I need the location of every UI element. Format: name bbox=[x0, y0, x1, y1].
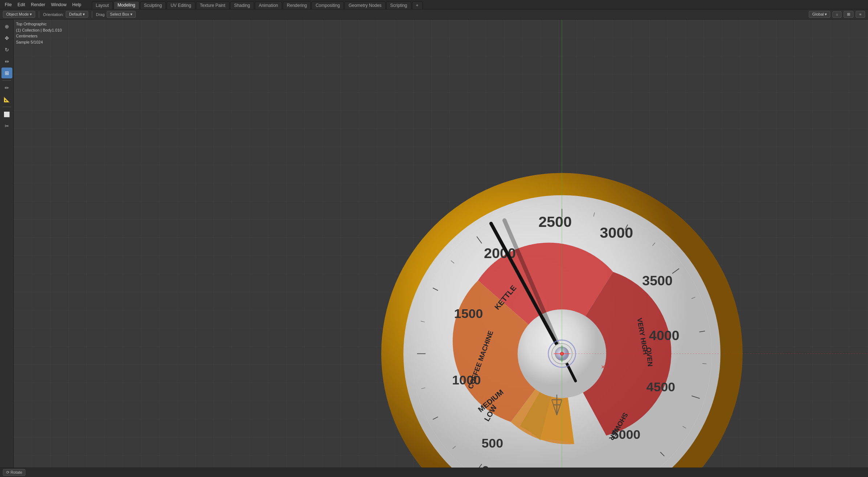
sample-label: Sample 5/1024 bbox=[16, 39, 62, 45]
toolbar-sep2 bbox=[92, 11, 92, 18]
rotate-button[interactable]: ⟳ Rotate bbox=[3, 469, 25, 476]
svg-text:4000: 4000 bbox=[649, 328, 680, 343]
menu-help[interactable]: Help bbox=[70, 1, 84, 8]
menu-render[interactable]: Render bbox=[28, 1, 48, 8]
tab-animation[interactable]: Animation bbox=[255, 1, 282, 9]
viewport-info: Top Orthographic (1) Collection | Body1.… bbox=[16, 21, 62, 45]
menu-edit[interactable]: Edit bbox=[15, 1, 28, 8]
gauge-visualization: 500 1000 1500 2000 2500 3000 3500 4000 4… bbox=[14, 20, 868, 468]
svg-text:2500: 2500 bbox=[538, 213, 572, 230]
toolbar-sep1 bbox=[39, 11, 39, 18]
svg-text:0: 0 bbox=[482, 463, 489, 468]
menu-file[interactable]: File bbox=[2, 1, 14, 8]
drag-selector[interactable]: Select Box ▾ bbox=[107, 11, 136, 18]
viewport[interactable]: 500 1000 1500 2000 2500 3000 3500 4000 4… bbox=[14, 20, 868, 468]
annotate-tool[interactable]: ✏ bbox=[1, 82, 12, 93]
tab-layout[interactable]: Layout bbox=[92, 1, 113, 9]
tab-texture-paint[interactable]: Texture Paint bbox=[196, 1, 229, 9]
svg-text:×: × bbox=[601, 363, 605, 371]
proportional-btn[interactable]: ∝ bbox=[856, 11, 865, 18]
mode-selector[interactable]: Object Mode ▾ bbox=[3, 11, 35, 18]
svg-text:3000: 3000 bbox=[600, 224, 633, 241]
menu-bar: File Edit Render Window Help Layout Mode… bbox=[0, 0, 868, 9]
tool-sep1 bbox=[3, 80, 11, 81]
tab-add[interactable]: + bbox=[412, 1, 423, 9]
left-toolbar: ⊕ ✥ ↻ ⇔ ⊞ ✏ 📐 ⬜ ✂ bbox=[0, 20, 14, 468]
tab-shading[interactable]: Shading bbox=[230, 1, 254, 9]
tab-rendering[interactable]: Rendering bbox=[283, 1, 311, 9]
cut-tool[interactable]: ✂ bbox=[1, 121, 12, 131]
tab-sculpting[interactable]: Sculpting bbox=[140, 1, 166, 9]
tool-sep2 bbox=[3, 107, 11, 107]
toolbar: Object Mode ▾ Orientation: Default ▾ Dra… bbox=[0, 9, 868, 20]
cube-tool[interactable]: ⬜ bbox=[1, 109, 12, 120]
view-label: Top Orthographic bbox=[16, 21, 62, 27]
transform-tool[interactable]: ⊞ bbox=[1, 68, 12, 78]
collection-label: (1) Collection | Body1.010 bbox=[16, 27, 62, 33]
tab-geometry-nodes[interactable]: Geometry Nodes bbox=[345, 1, 386, 9]
snap-btn[interactable]: ⊞ bbox=[844, 11, 853, 18]
orientation-selector[interactable]: Default ▾ bbox=[66, 11, 88, 18]
svg-text:1500: 1500 bbox=[454, 306, 483, 321]
proportional-edit[interactable]: ○ bbox=[832, 11, 841, 18]
tab-uv-editing[interactable]: UV Editing bbox=[167, 1, 195, 9]
svg-text:4500: 4500 bbox=[647, 380, 675, 394]
menu-window[interactable]: Window bbox=[48, 1, 69, 8]
move-tool[interactable]: ✥ bbox=[1, 33, 12, 44]
status-bar: ⟳ Rotate bbox=[0, 468, 868, 477]
svg-text:3500: 3500 bbox=[642, 273, 673, 289]
orientation-label: Orientation: bbox=[43, 12, 64, 17]
drag-label: Drag bbox=[96, 12, 105, 17]
tab-modeling[interactable]: Modeling bbox=[114, 1, 139, 9]
units-label: Centimeters bbox=[16, 33, 62, 39]
cursor-tool[interactable]: ⊕ bbox=[1, 21, 12, 32]
scale-tool[interactable]: ⇔ bbox=[1, 56, 12, 67]
measure-tool[interactable]: 📐 bbox=[1, 94, 12, 105]
tab-compositing[interactable]: Compositing bbox=[311, 1, 344, 9]
rotate-tool[interactable]: ↻ bbox=[1, 44, 12, 55]
global-selector[interactable]: Global ▾ bbox=[809, 11, 830, 18]
svg-text:500: 500 bbox=[482, 436, 504, 450]
tab-scripting[interactable]: Scripting bbox=[386, 1, 411, 9]
